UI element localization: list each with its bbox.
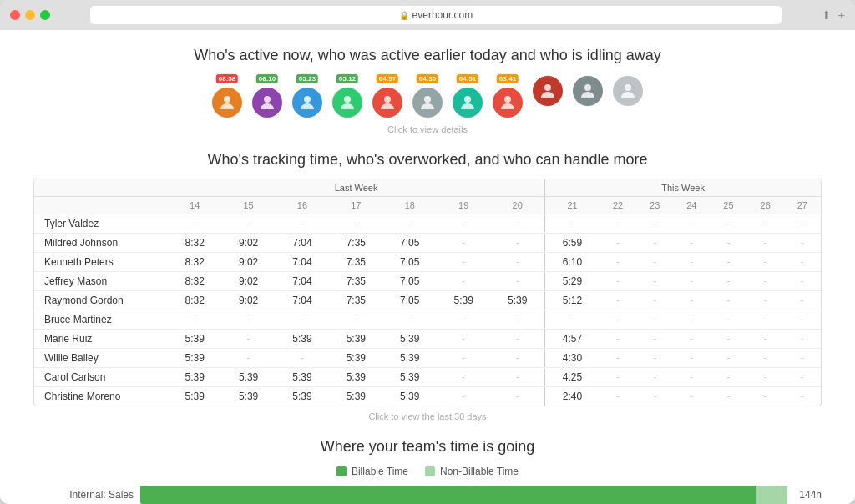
avatar-5[interactable] (371, 86, 404, 119)
lw-cell: - (437, 368, 490, 387)
tw-cell: - (710, 387, 746, 406)
avatar-1[interactable] (210, 86, 244, 119)
lw-cell: - (490, 349, 544, 368)
avatar-wrapper[interactable] (610, 74, 646, 119)
lw-cell: - (490, 253, 544, 272)
svg-point-0 (224, 96, 230, 103)
tw-cell: - (600, 214, 636, 234)
tw-cell: - (636, 253, 673, 272)
avatar-wrapper[interactable]: 04:51 (449, 74, 486, 119)
address-bar[interactable]: 🔒 everhour.com (90, 6, 782, 24)
lw-cell: - (437, 330, 490, 349)
avatar-4[interactable] (331, 86, 364, 119)
day-16: 16 (276, 197, 329, 214)
chart-bars: Internal: Sales 144h (33, 486, 822, 504)
avatar-wrapper[interactable]: 08:58 (209, 74, 245, 119)
lw-cell: - (437, 387, 490, 406)
lw-cell: 5:39 (329, 368, 382, 387)
avatar-wrapper[interactable] (569, 74, 606, 119)
lw-cell: 9:02 (221, 253, 275, 272)
lw-cell: 7:04 (276, 272, 329, 291)
day-15: 15 (221, 197, 275, 214)
chart-label: Internal: Sales (33, 489, 134, 501)
svg-point-8 (544, 84, 551, 91)
lw-cell: 7:35 (329, 291, 382, 310)
nonbillable-legend: Non-Billable Time (425, 466, 519, 477)
avatar-wrapper[interactable]: 05:23 (289, 74, 326, 119)
time-badge-7: 04:51 (457, 74, 478, 83)
avatar-wrapper[interactable]: 05:12 (329, 74, 366, 119)
nonbillable-bar (756, 486, 788, 504)
avatar-wrapper[interactable]: 03:41 (489, 74, 526, 119)
avatar-11[interactable] (611, 74, 645, 108)
person-name: Tyler Valdez (34, 214, 168, 234)
avatar-10[interactable] (571, 74, 605, 108)
day-14: 14 (168, 197, 221, 214)
avatar-wrapper[interactable]: 04:30 (409, 74, 446, 119)
tw-cell: - (673, 387, 710, 406)
chart-legend: Billable Time Non-Billable Time (33, 466, 822, 477)
table-row: Jeffrey Mason8:329:027:047:357:05--5:29-… (34, 272, 821, 291)
avatar-6[interactable] (411, 86, 444, 119)
tw-cell: - (600, 234, 636, 253)
person-name: Raymond Gordon (34, 291, 168, 310)
avatar-7[interactable] (451, 86, 484, 119)
maximize-button[interactable] (40, 10, 50, 20)
day-26: 26 (747, 197, 784, 214)
add-tab-icon[interactable]: + (838, 8, 845, 22)
tw-cell: - (747, 272, 784, 291)
tw-cell: - (747, 310, 784, 330)
tw-cell-first: 5:12 (545, 291, 600, 310)
share-icon[interactable]: ⬆ (822, 8, 832, 22)
lw-cell: - (329, 214, 382, 234)
lw-cell: 5:39 (329, 330, 382, 349)
lw-cell: - (276, 214, 329, 234)
avatar-8[interactable] (491, 86, 524, 119)
avatar-9[interactable] (531, 74, 564, 108)
tracking-click-hint[interactable]: Click to view the last 30 days (33, 411, 822, 421)
billable-label: Billable Time (352, 466, 408, 477)
person-name: Jeffrey Mason (34, 272, 168, 291)
avatar-wrapper[interactable]: 04:57 (369, 74, 406, 119)
avatar-wrapper[interactable]: 06:10 (249, 74, 286, 119)
lw-cell: 7:04 (276, 291, 329, 310)
table-row: Kenneth Peters8:329:027:047:357:05--6:10… (34, 253, 821, 272)
lw-cell: - (490, 387, 544, 406)
lw-cell: - (383, 214, 437, 234)
tw-cell: - (673, 272, 710, 291)
tw-cell: - (673, 368, 710, 387)
avatar-wrapper[interactable] (529, 74, 566, 119)
chart-row: Internal: Sales 144h (33, 486, 822, 504)
avatar-3[interactable] (291, 86, 324, 119)
lw-cell: 5:39 (383, 387, 437, 406)
tw-cell: - (636, 214, 673, 234)
lw-cell: 7:05 (383, 272, 437, 291)
this-week-header: This Week (545, 179, 821, 197)
tw-cell: - (710, 368, 746, 387)
active-users-section: Who's active now, who was active earlier… (33, 47, 822, 134)
lw-cell: - (437, 349, 490, 368)
svg-point-6 (464, 96, 471, 103)
tw-cell: - (673, 310, 710, 330)
close-button[interactable] (10, 10, 20, 20)
tw-cell: - (747, 291, 784, 310)
avatar-2[interactable] (250, 86, 284, 119)
tw-cell: - (673, 234, 710, 253)
lw-cell: 9:02 (221, 272, 275, 291)
day-19: 19 (437, 197, 490, 214)
tw-cell: - (747, 387, 784, 406)
table-row: Carol Carlson5:395:395:395:395:39--4:25-… (34, 368, 821, 387)
tw-cell: - (673, 349, 710, 368)
lock-icon: 🔒 (399, 11, 409, 20)
lw-cell: 7:35 (329, 253, 382, 272)
billable-swatch (336, 466, 347, 476)
minimize-button[interactable] (25, 10, 35, 20)
tw-cell: - (710, 272, 746, 291)
tw-cell: - (784, 214, 821, 234)
tw-cell: - (747, 330, 784, 349)
name-col-header (34, 179, 168, 197)
day-23: 23 (636, 197, 673, 214)
nonbillable-swatch (425, 466, 435, 476)
tracking-table: Last Week This Week 14 15 16 17 18 19 20 (34, 179, 821, 406)
active-click-hint[interactable]: Click to view details (33, 124, 822, 134)
